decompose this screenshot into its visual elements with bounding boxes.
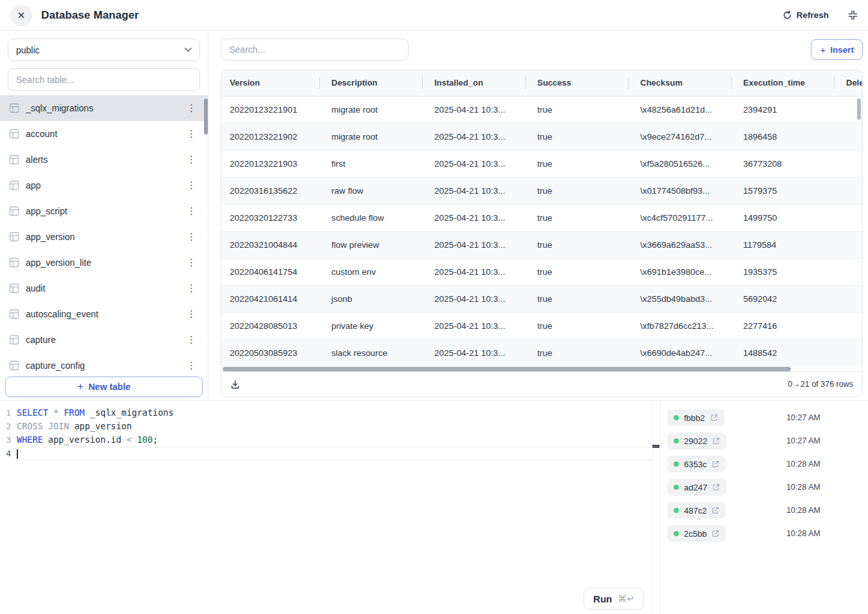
sidebar-item-app-version-lite[interactable]: app_version_lite ⋮ xyxy=(0,250,208,275)
history-item[interactable]: fbbb2 10:27 AM xyxy=(661,406,868,429)
cell-description: first xyxy=(319,150,422,177)
sidebar-item-sqlx-migrations[interactable]: _sqlx_migrations ⋮ xyxy=(0,95,208,121)
kebab-menu-button[interactable]: ⋮ xyxy=(184,283,199,295)
table-row[interactable]: 20220316135622raw flow2025-04-21 10:3...… xyxy=(221,177,862,204)
editor-scrollbar[interactable] xyxy=(652,401,660,614)
refresh-button[interactable]: Refresh xyxy=(782,10,829,20)
column-header-version: Version xyxy=(221,70,319,96)
query-pill: 29022 xyxy=(667,433,726,449)
cell-description: migrate root xyxy=(319,123,422,150)
schema-select[interactable]: public xyxy=(8,39,200,61)
cell-success: true xyxy=(525,258,628,285)
history-item[interactable]: 6353c 10:28 AM xyxy=(661,452,868,476)
query-pill: fbbb2 xyxy=(667,409,725,426)
sidebar-item-audit[interactable]: audit ⋮ xyxy=(0,275,208,301)
table-search-input[interactable] xyxy=(8,68,200,91)
kebab-menu-button[interactable]: ⋮ xyxy=(184,180,199,192)
cell-execution-time: 2394291 xyxy=(731,96,834,123)
table-name: alerts xyxy=(26,154,184,165)
sidebar-item-account[interactable]: account ⋮ xyxy=(0,121,208,147)
table-row[interactable]: 20220321004844flow preview2025-04-21 10:… xyxy=(221,231,862,258)
success-dot-icon xyxy=(674,508,679,513)
sidebar-item-autoscaling-event[interactable]: autoscaling_event ⋮ xyxy=(0,301,208,327)
open-query-icon[interactable] xyxy=(712,483,720,491)
open-query-icon[interactable] xyxy=(710,414,718,422)
query-id: fbbb2 xyxy=(684,413,705,423)
table-icon xyxy=(9,129,19,139)
code-line-active: 4 xyxy=(0,447,660,460)
table-row[interactable]: 20220421061414jsonb2025-04-21 10:3...tru… xyxy=(221,285,862,312)
kebab-menu-button[interactable]: ⋮ xyxy=(184,154,199,166)
cell-execution-time: 36773208 xyxy=(731,150,834,177)
kebab-menu-button[interactable]: ⋮ xyxy=(184,102,199,115)
history-item[interactable]: 2c5bb 10:28 AM xyxy=(661,522,868,545)
query-id: 29022 xyxy=(684,436,707,446)
sidebar-item-alerts[interactable]: alerts ⋮ xyxy=(0,147,208,172)
table-row[interactable]: 20220123221901migrate root2025-04-21 10:… xyxy=(221,96,862,123)
column-header-success: Success xyxy=(525,70,628,96)
cell-success: true xyxy=(525,285,628,312)
cell-success: true xyxy=(525,339,628,366)
table-row[interactable]: 20220503085923slack resource2025-04-21 1… xyxy=(221,339,862,366)
open-query-icon[interactable] xyxy=(712,530,719,537)
kebab-menu-button[interactable]: ⋮ xyxy=(184,128,199,140)
table-row[interactable]: 20220320122733schedule flow2025-04-21 10… xyxy=(221,204,862,231)
table-row[interactable]: 20220123221903first2025-04-21 10:3...tru… xyxy=(221,150,862,177)
row-search-input[interactable] xyxy=(221,39,409,60)
cell-description: flow preview xyxy=(319,231,422,258)
kebab-menu-button[interactable]: ⋮ xyxy=(184,334,199,346)
close-button[interactable]: ✕ xyxy=(10,5,32,26)
kebab-menu-button[interactable]: ⋮ xyxy=(184,231,199,243)
table-row[interactable]: 20220428085013private key2025-04-21 10:3… xyxy=(221,312,862,339)
cell-checksum: \x48256a61d21d... xyxy=(628,96,731,123)
run-button[interactable]: Run ⌘↵ xyxy=(584,588,644,609)
sql-editor[interactable]: 1 SELECT * FROM _sqlx_migrations 2 CROSS… xyxy=(0,401,660,614)
kebab-menu-button[interactable]: ⋮ xyxy=(184,360,199,372)
cell-installed-on: 2025-04-21 10:3... xyxy=(422,285,525,312)
grid-vertical-scrollbar[interactable] xyxy=(857,98,861,120)
sidebar-item-capture[interactable]: capture ⋮ xyxy=(0,327,208,353)
kebab-menu-button[interactable]: ⋮ xyxy=(184,205,199,218)
open-query-icon[interactable] xyxy=(712,460,719,468)
table-icon xyxy=(9,206,19,216)
download-button[interactable] xyxy=(230,380,240,389)
success-dot-icon xyxy=(674,485,679,490)
cell-installed-on: 2025-04-21 10:3... xyxy=(422,204,525,231)
table-row[interactable]: 20220406141754custom env2025-04-21 10:3.… xyxy=(221,258,862,285)
open-query-icon[interactable] xyxy=(712,507,719,514)
cell-description: custom env xyxy=(319,258,422,285)
cell-checksum: \x3669a629aa53... xyxy=(628,231,731,258)
column-header-deleted: Dele xyxy=(834,70,862,96)
cell-description: migrate root xyxy=(319,96,422,123)
insert-label: Insert xyxy=(830,45,854,55)
cell-version: 20220123221902 xyxy=(221,123,319,150)
open-query-icon[interactable] xyxy=(712,437,720,445)
text-cursor xyxy=(17,449,18,459)
cell-installed-on: 2025-04-21 10:3... xyxy=(422,150,525,177)
table-row[interactable]: 20220123221902migrate root2025-04-21 10:… xyxy=(221,123,862,150)
cell-checksum: \x9ece274162d7... xyxy=(628,123,731,150)
cell-deleted xyxy=(834,339,862,366)
new-table-button[interactable]: + New table xyxy=(5,377,203,397)
history-item[interactable]: 487c2 10:28 AM xyxy=(661,499,868,522)
sidebar-item-capture-config[interactable]: capture_config ⋮ xyxy=(0,353,208,377)
download-icon xyxy=(230,380,240,389)
collapse-button[interactable] xyxy=(848,10,858,20)
sidebar: public _sqlx_migrations ⋮ account ⋮ aler… xyxy=(0,31,208,400)
table-name: app xyxy=(26,180,184,191)
history-item[interactable]: 29022 10:27 AM xyxy=(661,429,868,452)
insert-button[interactable]: + Insert xyxy=(811,39,863,60)
kebab-menu-button[interactable]: ⋮ xyxy=(184,257,199,269)
main-panel: + Insert Version Description Installed_o… xyxy=(209,31,868,400)
sidebar-scrollbar[interactable] xyxy=(204,98,208,135)
sidebar-item-app-version[interactable]: app_version ⋮ xyxy=(0,224,208,250)
sidebar-item-app-script[interactable]: app_script ⋮ xyxy=(0,198,208,224)
sidebar-item-app[interactable]: app ⋮ xyxy=(0,172,208,198)
query-pill: 2c5bb xyxy=(667,525,726,542)
kebab-menu-button[interactable]: ⋮ xyxy=(184,308,199,321)
top-bar: ✕ Database Manager Refresh xyxy=(0,0,868,31)
column-header-checksum: Checksum xyxy=(628,70,731,96)
cell-checksum: \xfb7827d6cc213... xyxy=(628,312,731,339)
history-item[interactable]: ad247 10:28 AM xyxy=(661,476,868,499)
cell-description: jsonb xyxy=(319,285,422,312)
